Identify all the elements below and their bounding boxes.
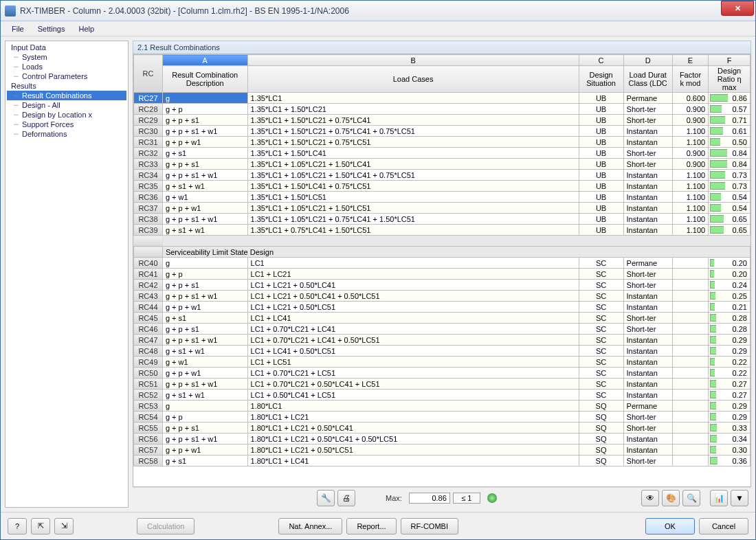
filter-button-2[interactable]: 🖨 — [337, 490, 355, 506]
menu-file[interactable]: File — [6, 23, 30, 34]
cancel-button[interactable]: Cancel — [699, 518, 748, 535]
tree-input-data[interactable]: Input Data — [7, 43, 126, 52]
col-rc[interactable]: RC — [134, 55, 163, 93]
table-row[interactable]: RC43 g + p + s1 + w1 LC1 + LC21 + 0.50*L… — [134, 291, 751, 302]
ratio-cell[interactable]: 0.21 — [709, 302, 751, 313]
ratio-cell[interactable]: 0.20 — [709, 269, 751, 280]
ratio-cell[interactable]: 0.71 — [709, 115, 751, 126]
export-button[interactable]: 📊 — [710, 490, 728, 506]
ratio-cell[interactable]: 0.65 — [709, 214, 751, 225]
ratio-cell[interactable]: 0.25 — [709, 291, 751, 302]
table-row[interactable]: RC54 g + p 1.80*LC1 + LC21 SQ Short-ter … — [134, 412, 751, 423]
ratio-cell[interactable]: 0.28 — [709, 313, 751, 324]
table-row[interactable]: RC40 g LC1 SC Permane 0.20 — [134, 258, 751, 269]
table-row[interactable]: RC45 g + s1 LC1 + LC41 SC Short-ter 0.28 — [134, 313, 751, 324]
table-row[interactable]: RC53 g 1.80*LC1 SQ Permane 0.29 — [134, 401, 751, 412]
ratio-cell[interactable]: 0.28 — [709, 324, 751, 335]
filter-button-1[interactable]: 🔧 — [317, 490, 335, 506]
table-row[interactable]: RC27 g 1.35*LC1 UB Permane 0.600 0.86 — [134, 93, 751, 104]
ratio-cell[interactable]: 0.65 — [709, 225, 751, 236]
col-ldc[interactable]: Load Durat Class (LDC — [623, 66, 672, 93]
col-situation[interactable]: Design Situation — [579, 66, 623, 93]
ratio-cell[interactable]: 0.84 — [709, 148, 751, 159]
table-row[interactable]: RC37 g + p + w1 1.35*LC1 + 1.05*LC21 + 1… — [134, 203, 751, 214]
ratio-cell[interactable]: 0.27 — [709, 390, 751, 401]
table-row[interactable]: RC33 g + p + s1 1.35*LC1 + 1.05*LC21 + 1… — [134, 159, 751, 170]
table-row[interactable]: RC50 g + p + w1 LC1 + 0.70*LC21 + LC51 S… — [134, 368, 751, 379]
col-loadcases[interactable]: Load Cases — [247, 66, 579, 93]
ratio-cell[interactable]: 0.29 — [709, 335, 751, 346]
col-letter-c[interactable]: C — [579, 55, 623, 66]
menu-settings[interactable]: Settings — [32, 23, 71, 34]
table-row[interactable]: RC57 g + p + w1 1.80*LC1 + LC21 + 0.50*L… — [134, 445, 751, 455]
table-row[interactable]: RC39 g + s1 + w1 1.35*LC1 + 0.75*LC41 + … — [134, 225, 751, 236]
ratio-cell[interactable]: 0.86 — [709, 93, 751, 104]
table-row[interactable]: RC31 g + p + w1 1.35*LC1 + 1.50*LC21 + 0… — [134, 137, 751, 148]
col-letter-f[interactable]: F — [709, 55, 751, 66]
table-row[interactable]: RC44 g + p + w1 LC1 + LC21 + 0.50*LC51 S… — [134, 302, 751, 313]
tree-control-params[interactable]: Control Parameters — [7, 71, 126, 81]
calculation-button[interactable]: Calculation — [137, 518, 194, 535]
ratio-cell[interactable]: 0.24 — [709, 280, 751, 291]
table-row[interactable]: RC51 g + p + s1 + w1 LC1 + 0.70*LC21 + 0… — [134, 379, 751, 390]
table-row[interactable]: RC52 g + s1 + w1 LC1 + 0.50*LC41 + LC51 … — [134, 390, 751, 401]
ratio-cell[interactable]: 0.61 — [709, 126, 751, 137]
ratio-cell[interactable]: 0.84 — [709, 159, 751, 170]
table-row[interactable]: RC38 g + p + s1 + w1 1.35*LC1 + 1.05*LC2… — [134, 214, 751, 225]
table-row[interactable]: RC47 g + p + s1 + w1 LC1 + 0.70*LC21 + L… — [134, 335, 751, 346]
ratio-cell[interactable]: 0.57 — [709, 104, 751, 115]
table-row[interactable]: RC35 g + s1 + w1 1.35*LC1 + 1.50*LC41 + … — [134, 181, 751, 192]
table-row[interactable]: RC46 g + p + s1 LC1 + 0.70*LC21 + LC41 S… — [134, 324, 751, 335]
col-description[interactable]: Result Combination Description — [162, 66, 247, 93]
tree-design-all[interactable]: Design - All — [7, 100, 126, 110]
table-row[interactable]: RC41 g + p LC1 + LC21 SC Short-ter 0.20 — [134, 269, 751, 280]
ratio-cell[interactable]: 0.29 — [709, 412, 751, 423]
ratio-cell[interactable]: 0.54 — [709, 203, 751, 214]
col-ratio[interactable]: Design Ratio η max — [709, 66, 751, 93]
table-row[interactable]: RC30 g + p + s1 + w1 1.35*LC1 + 1.50*LC2… — [134, 126, 751, 137]
view-button-1[interactable]: 👁 — [641, 490, 659, 506]
ratio-cell[interactable]: 0.36 — [709, 455, 751, 466]
table-row[interactable]: RC55 g + p + s1 1.80*LC1 + LC21 + 0.50*L… — [134, 423, 751, 434]
ratio-cell[interactable]: 0.33 — [709, 423, 751, 434]
ratio-cell[interactable]: 0.29 — [709, 346, 751, 357]
ratio-cell[interactable]: 0.73 — [709, 181, 751, 192]
ratio-cell[interactable]: 0.54 — [709, 192, 751, 203]
ratio-cell[interactable]: 0.22 — [709, 368, 751, 379]
table-row[interactable]: RC58 g + s1 1.80*LC1 + LC41 SQ Short-ter… — [134, 455, 751, 466]
view-button-3[interactable]: 🔍 — [682, 490, 700, 506]
menu-help[interactable]: Help — [73, 23, 100, 34]
export-footer-button[interactable]: ⇲ — [54, 518, 74, 535]
col-letter-b[interactable]: B — [247, 55, 579, 66]
rf-combi-button[interactable]: RF-COMBI — [401, 518, 458, 535]
results-grid[interactable]: RC A B C D E F Result Combination Descri… — [133, 54, 751, 487]
ratio-cell[interactable]: 0.34 — [709, 434, 751, 445]
ratio-cell[interactable]: 0.50 — [709, 137, 751, 148]
ratio-cell[interactable]: 0.20 — [709, 258, 751, 269]
view-button-2[interactable]: 🎨 — [662, 490, 680, 506]
help-button[interactable]: ? — [8, 518, 27, 535]
col-kmod[interactable]: Factor k mod — [672, 66, 708, 93]
import-button[interactable]: ⇱ — [31, 518, 50, 535]
nat-annex-button[interactable]: Nat. Annex... — [278, 518, 342, 535]
col-letter-d[interactable]: D — [623, 55, 672, 66]
nav-tree[interactable]: Input Data System Loads Control Paramete… — [5, 41, 129, 508]
ratio-cell[interactable]: 0.73 — [709, 170, 751, 181]
table-row[interactable]: RC36 g + w1 1.35*LC1 + 1.50*LC51 UB Inst… — [134, 192, 751, 203]
ratio-cell[interactable]: 0.27 — [709, 379, 751, 390]
filter-threshold-button[interactable]: ▼ — [731, 490, 748, 506]
ratio-cell[interactable]: 0.22 — [709, 357, 751, 368]
table-row[interactable]: RC32 g + s1 1.35*LC1 + 1.50*LC41 UB Shor… — [134, 148, 751, 159]
table-row[interactable]: RC28 g + p 1.35*LC1 + 1.50*LC21 UB Short… — [134, 104, 751, 115]
col-letter-e[interactable]: E — [672, 55, 708, 66]
tree-system[interactable]: System — [7, 52, 126, 62]
tree-loads[interactable]: Loads — [7, 62, 126, 71]
ok-button[interactable]: OK — [645, 518, 695, 535]
ratio-cell[interactable]: 0.30 — [709, 445, 751, 455]
tree-design-by-location[interactable]: Design by Location x — [7, 110, 126, 120]
table-row[interactable]: RC34 g + p + s1 + w1 1.35*LC1 + 1.05*LC2… — [134, 170, 751, 181]
col-letter-a[interactable]: A — [162, 55, 247, 66]
table-row[interactable]: RC42 g + p + s1 LC1 + LC21 + 0.50*LC41 S… — [134, 280, 751, 291]
table-row[interactable]: RC48 g + s1 + w1 LC1 + LC41 + 0.50*LC51 … — [134, 346, 751, 357]
table-row[interactable]: RC56 g + p + s1 + w1 1.80*LC1 + LC21 + 0… — [134, 434, 751, 445]
